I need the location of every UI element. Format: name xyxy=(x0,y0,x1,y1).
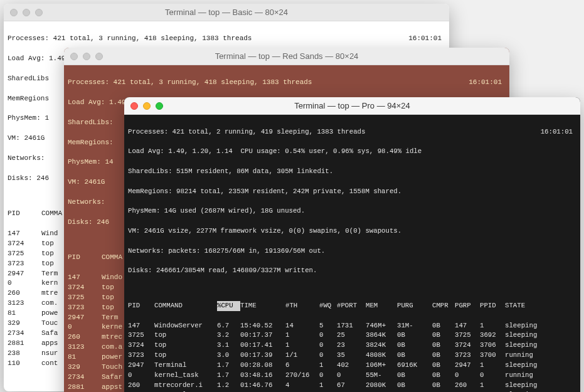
terminal-window-pro[interactable]: Terminal — top — Pro — 94×24 Processes: … xyxy=(124,97,580,392)
cell-mem: 3824K xyxy=(366,341,397,351)
window-title: Terminal — top — Basic — 80×24 xyxy=(4,8,449,17)
cell-time: 00:28.08 xyxy=(240,361,285,371)
cell-pid: 3724 xyxy=(68,283,102,293)
cell-purg: 0B xyxy=(397,341,432,351)
cell-wq: 0 xyxy=(319,341,337,351)
cell-pgrp: 147 xyxy=(455,321,480,331)
maximize-icon[interactable] xyxy=(95,53,103,60)
titlebar[interactable]: Terminal — top — Red Sands — 80×24 xyxy=(64,48,509,65)
cell-pgrp: 260 xyxy=(455,381,480,391)
stat-line: Disks: 246661/3854M read, 146809/3327M w… xyxy=(128,266,576,276)
cell-pgrp: 3724 xyxy=(455,341,480,351)
cell-pid: 260 xyxy=(8,289,41,299)
traffic-lights xyxy=(70,53,103,60)
cell-pid: 238 xyxy=(8,349,41,359)
stat-line: Processes: 421 total, 2 running, 419 sle… xyxy=(128,127,365,137)
cell-port: 1731 xyxy=(337,321,366,331)
col-state: STATE xyxy=(505,301,549,311)
time-display: 16:01:01 xyxy=(469,78,502,88)
cell-state: running xyxy=(505,371,549,381)
cell-th: 270/16 xyxy=(285,371,319,381)
cell-th: 6 xyxy=(285,361,319,371)
close-icon[interactable] xyxy=(130,102,138,110)
cell-cpu: 1.7 xyxy=(217,361,240,371)
cell-cmpr: 0B xyxy=(432,321,455,331)
col-ppid: PPID xyxy=(480,301,505,311)
cell-ppid: 3706 xyxy=(480,341,505,351)
table-row: 3725top3.200:17.3710253864K0B0B37253692s… xyxy=(128,331,576,341)
cell-ppid: 3700 xyxy=(480,351,505,361)
cell-wq: 5 xyxy=(319,321,337,331)
close-icon[interactable] xyxy=(10,9,18,16)
cell-wq: 0 xyxy=(319,371,337,381)
minimize-icon[interactable] xyxy=(143,102,151,110)
maximize-icon[interactable] xyxy=(156,102,163,110)
col-pid: PID xyxy=(128,301,154,311)
cell-th: 14 xyxy=(285,321,319,331)
col-th: #TH xyxy=(285,301,319,311)
cell-pid: 329 xyxy=(68,363,102,373)
col-pid: PID xyxy=(8,209,41,219)
stat-line: MemRegions: 98214 total, 2353M resident,… xyxy=(128,187,576,197)
cell-wq: 0 xyxy=(319,331,337,341)
titlebar[interactable]: Terminal — top — Basic — 80×24 xyxy=(4,4,449,21)
col-port: #PORT xyxy=(337,301,366,311)
cell-purg: 0B xyxy=(397,381,432,391)
cell-command: top xyxy=(154,351,217,361)
cell-command: top xyxy=(154,331,217,341)
time-display: 16:01:01 xyxy=(541,127,573,137)
cell-ppid: 3692 xyxy=(480,331,505,341)
maximize-icon[interactable] xyxy=(35,9,43,16)
cell-cmpr: 0B xyxy=(432,331,455,341)
cell-time: 15:40.52 xyxy=(240,321,285,331)
cell-cpu: 3.2 xyxy=(217,331,240,341)
close-icon[interactable] xyxy=(70,53,78,60)
table-header: PIDCOMMAND%CPUTIME#TH#WQ#PORTMEMPURGCMPR… xyxy=(128,301,576,311)
cell-pid: 147 xyxy=(68,273,102,283)
cell-pid: 260 xyxy=(68,332,102,342)
terminal-content[interactable]: Processes: 421 total, 2 running, 419 sle… xyxy=(124,115,580,392)
minimize-icon[interactable] xyxy=(23,9,30,16)
cell-pgrp: 3725 xyxy=(455,331,480,341)
cell-mem: 3864K xyxy=(366,331,397,341)
cell-cpu: 1.2 xyxy=(217,381,240,391)
table-row: 2947Terminal1.700:28.0861402106M+6916K0B… xyxy=(128,361,576,371)
cell-state: sleeping xyxy=(505,381,549,391)
cell-time: 03:48.16 xyxy=(240,371,285,381)
cell-cmpr: 0B xyxy=(432,351,455,361)
cell-purg: 0B xyxy=(397,371,432,381)
cell-pid: 3123 xyxy=(68,342,102,352)
cell-pid: 2947 xyxy=(68,313,102,323)
cell-pid: 2947 xyxy=(128,361,154,371)
col-pid: PID xyxy=(68,253,102,263)
cell-state: sleeping xyxy=(505,331,549,341)
stat-line: Processes: 421 total, 3 running, 418 sle… xyxy=(68,78,312,88)
cell-th: 1 xyxy=(285,341,319,351)
traffic-lights xyxy=(130,102,163,110)
table-row: 3723top3.000:17.391/10354808K0B0B3723370… xyxy=(128,351,576,361)
cell-time: 00:17.41 xyxy=(240,341,285,351)
table-row: 3724top3.100:17.4110233824K0B0B37243706s… xyxy=(128,341,576,351)
cell-pid: 2881 xyxy=(8,339,41,349)
cell-mem: 746M+ xyxy=(366,321,397,331)
cell-mem: 55M- xyxy=(366,371,397,381)
cell-pid: 110 xyxy=(8,359,41,369)
cell-cpu: 3.0 xyxy=(217,351,240,361)
cell-command: mtrecorder.i xyxy=(154,381,217,391)
cell-port: 35 xyxy=(337,351,366,361)
titlebar[interactable]: Terminal — top — Pro — 94×24 xyxy=(124,97,580,115)
cell-pid: 3723 xyxy=(128,351,154,361)
cell-time: 00:17.37 xyxy=(240,331,285,341)
cell-pid: 2881 xyxy=(68,383,102,392)
cell-pgrp: 2947 xyxy=(455,361,480,371)
stat-line: SharedLibs: 515M resident, 86M data, 305… xyxy=(128,167,576,177)
table-row: 147WindowServer6.715:40.521451731746M+31… xyxy=(128,321,576,331)
traffic-lights xyxy=(10,9,43,16)
col-time: TIME xyxy=(240,301,285,311)
cell-wq: 1 xyxy=(319,381,337,391)
table-row: 260mtrecorder.i1.201:46.7641672080K0B0B2… xyxy=(128,381,576,391)
cell-command: top xyxy=(154,341,217,351)
cell-pid: 3724 xyxy=(128,341,154,351)
cell-purg: 0B xyxy=(397,331,432,341)
minimize-icon[interactable] xyxy=(83,53,90,60)
